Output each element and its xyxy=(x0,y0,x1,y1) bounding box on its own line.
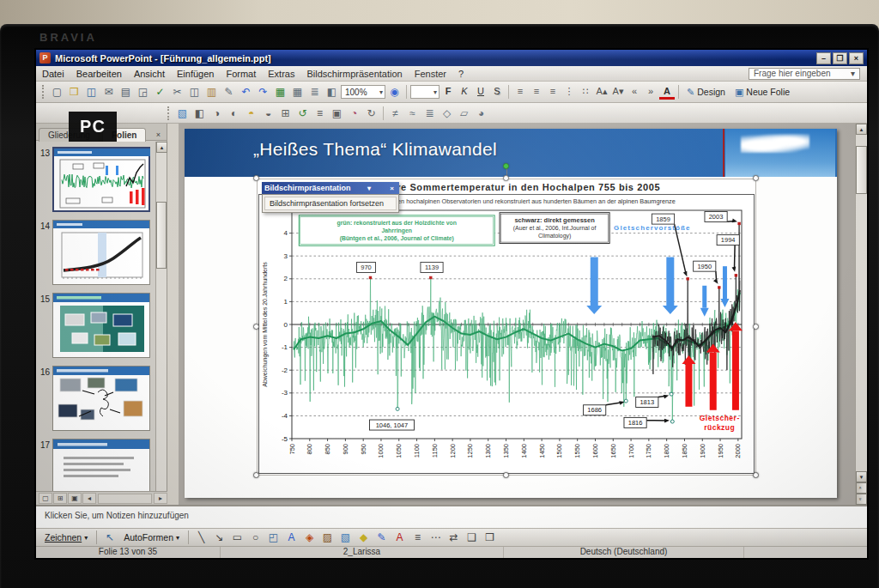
font-color-icon[interactable]: A xyxy=(391,530,408,545)
selection-handle[interactable] xyxy=(253,472,259,478)
arrow-icon[interactable]: ↘ xyxy=(211,530,227,545)
menu-ansicht[interactable]: Ansicht xyxy=(128,68,171,80)
menu-bildschirmprsentation[interactable]: Bildschirmpräsentation xyxy=(300,68,408,80)
scrollbar-thumb[interactable] xyxy=(856,146,867,194)
decrease-indent-icon[interactable]: « xyxy=(627,84,642,100)
temperature-chart[interactable]: 1250 Jahre Sommertemperatur in den Hocha… xyxy=(257,179,756,476)
slide-canvas[interactable]: „Heißes Thema“ Klimawandel Bildschirmprä… xyxy=(185,129,837,498)
toolbar-grip[interactable] xyxy=(167,106,171,120)
chevron-down-icon[interactable]: ▾ xyxy=(365,185,373,192)
less-brightness-icon[interactable]: ◒ xyxy=(260,106,276,121)
thumbnail-slide-15[interactable] xyxy=(52,293,150,358)
numbered-list-icon[interactable]: ⋮ xyxy=(561,84,577,100)
thumbnail-slide-17[interactable] xyxy=(52,439,150,491)
resume-slideshow-button[interactable]: Bildschirmpräsentation fortsetzen xyxy=(264,197,397,210)
selection-handle[interactable] xyxy=(253,324,259,330)
selection-handle[interactable] xyxy=(753,324,759,330)
compress-picture-icon[interactable]: ▣ xyxy=(329,106,345,121)
copy-icon[interactable]: ◫ xyxy=(186,84,203,100)
insert-picture-icon[interactable]: ▧ xyxy=(174,106,191,121)
arrow-style-icon[interactable]: ⇄ xyxy=(446,530,462,545)
email-icon[interactable]: ✉ xyxy=(100,84,117,100)
print-preview-icon[interactable]: ◲ xyxy=(135,84,151,100)
open-icon[interactable]: ❒ xyxy=(66,84,82,100)
close-icon[interactable]: × xyxy=(387,185,397,192)
menu-einfgen[interactable]: Einfügen xyxy=(171,68,220,80)
grow-font-icon[interactable]: A▴ xyxy=(594,84,609,100)
menu-fenster[interactable]: Fenster xyxy=(409,68,452,80)
new-document-icon[interactable]: ▢ xyxy=(49,84,65,100)
toolbar-grip[interactable] xyxy=(42,85,45,99)
color-grayscale-icon[interactable]: ◧ xyxy=(324,84,340,100)
bullet-list-icon[interactable]: ∷ xyxy=(578,84,593,100)
horizontal-scrollbar[interactable] xyxy=(98,494,152,504)
design-template-status[interactable]: 2_Larissa xyxy=(221,547,504,558)
close-button[interactable]: × xyxy=(849,52,864,64)
selection-handle[interactable] xyxy=(753,175,759,181)
selection-handle[interactable] xyxy=(253,175,259,181)
notes-pane[interactable]: Klicken Sie, um Notizen hinzuzufügen xyxy=(36,505,867,528)
insert-chart-icon[interactable]: ▦ xyxy=(272,84,288,100)
save-icon[interactable]: ◫ xyxy=(83,84,100,100)
textbox-icon[interactable]: ◰ xyxy=(265,530,282,545)
popup-titlebar[interactable]: Bildschirmpräsentation ▾ × xyxy=(262,182,399,194)
paste-icon[interactable]: ▥ xyxy=(203,84,220,100)
language-status[interactable]: Deutsch (Deutschland) xyxy=(504,547,744,558)
thumbnail-slide-14[interactable] xyxy=(52,220,150,285)
menu-datei[interactable]: Datei xyxy=(36,68,70,80)
insert-picture-icon[interactable]: ▧ xyxy=(337,530,354,545)
line-color-icon[interactable]: ✎ xyxy=(373,530,390,545)
dash-style-icon[interactable]: ⋯ xyxy=(427,530,444,545)
approx-icon[interactable]: ≈ xyxy=(404,106,421,121)
redo-icon[interactable]: ↷ xyxy=(255,84,271,100)
help-icon[interactable]: ◉ xyxy=(386,84,403,100)
rectangle-icon[interactable]: ▭ xyxy=(229,530,246,545)
design-button[interactable]: ✎ Design xyxy=(682,86,730,99)
font-color-button[interactable]: A xyxy=(659,85,675,100)
shadow-style-icon[interactable]: ❑ xyxy=(464,530,480,545)
color-mode-icon[interactable]: ◧ xyxy=(191,106,208,121)
menu-[interactable]: ? xyxy=(452,68,470,80)
wordart-icon[interactable]: A xyxy=(283,530,300,545)
scroll-down-icon[interactable]: ▼ xyxy=(856,471,867,482)
align-center-icon[interactable]: ≡ xyxy=(529,84,544,100)
rotate-left-icon[interactable]: ↺ xyxy=(294,106,311,121)
threed-style-icon[interactable]: ❒ xyxy=(482,530,498,545)
more-brightness-icon[interactable]: ◓ xyxy=(243,106,259,121)
oval-icon[interactable]: ○ xyxy=(247,530,264,545)
line-style-icon[interactable]: ≡ xyxy=(312,106,328,121)
arrange-icon[interactable]: ▱ xyxy=(456,106,472,121)
thumbnail-slide-16[interactable] xyxy=(52,366,150,431)
scroll-right-icon[interactable]: ▸ xyxy=(154,493,167,504)
font-size-select[interactable]: ▾ xyxy=(410,85,440,99)
underline-button[interactable]: U xyxy=(473,84,488,100)
menu-bearbeiten[interactable]: Bearbeiten xyxy=(70,68,128,80)
autoformen-menu-button[interactable]: AutoFormen ▾ xyxy=(119,531,184,543)
bold-button[interactable]: F xyxy=(440,84,456,100)
spelling-icon[interactable]: ✓ xyxy=(152,84,168,100)
previous-slide-icon[interactable]: « xyxy=(856,482,867,494)
clipart-icon[interactable]: ▨ xyxy=(319,530,336,545)
slide-sorter-icon[interactable]: ⊞ xyxy=(53,493,67,504)
scroll-up-icon[interactable]: ▲ xyxy=(856,124,867,135)
shrink-font-icon[interactable]: A▾ xyxy=(610,84,626,100)
fill-color-icon[interactable]: ◆ xyxy=(355,530,372,545)
palette-icon[interactable]: ◕ xyxy=(473,106,489,121)
print-icon[interactable]: ▤ xyxy=(118,84,134,100)
thumbnail-slide-13[interactable] xyxy=(52,147,150,212)
shadow-button[interactable]: S xyxy=(489,84,505,100)
reset-picture-icon[interactable]: ↻ xyxy=(363,106,379,121)
select-arrow-icon[interactable]: ↖ xyxy=(101,530,118,545)
lines-icon[interactable]: ≣ xyxy=(421,106,438,121)
rotate-handle[interactable] xyxy=(503,163,509,169)
insert-table-icon[interactable]: ▦ xyxy=(289,84,306,100)
scrollbar-thumb[interactable] xyxy=(156,202,167,269)
italic-button[interactable]: K xyxy=(457,84,472,100)
shapes-icon[interactable]: ◇ xyxy=(439,106,455,121)
line-style-icon[interactable]: ≡ xyxy=(409,530,426,545)
recolor-icon[interactable]: ◔ xyxy=(346,106,362,121)
undo-icon[interactable]: ↶ xyxy=(238,84,254,100)
zeichnen-menu-button[interactable]: Zeichnen ▾ xyxy=(40,531,92,543)
increase-indent-icon[interactable]: » xyxy=(643,84,658,100)
more-contrast-icon[interactable]: ◑ xyxy=(209,106,225,121)
